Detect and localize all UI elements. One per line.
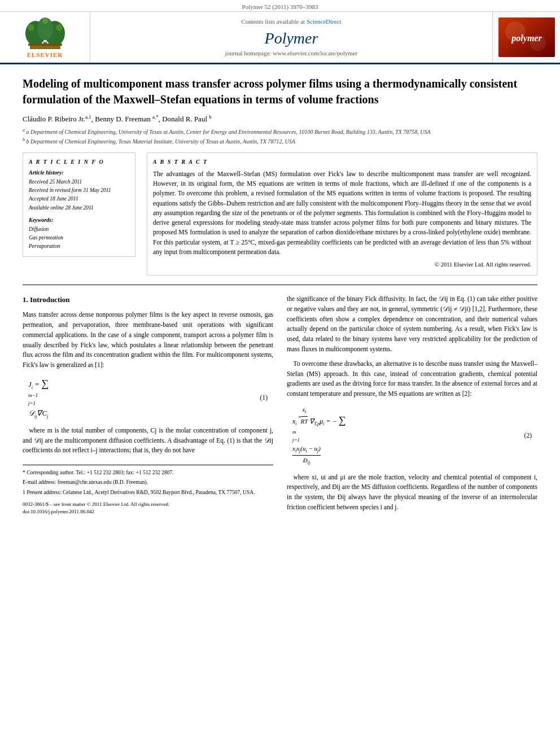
svg-rect-8: [28, 43, 62, 46]
body-right-col: the significance of the binary Fick diff…: [287, 294, 537, 517]
journal-title: Polymer: [265, 29, 318, 47]
abstract-paragraph: The advantages of the Maxwell–Stefan (MS…: [153, 169, 531, 257]
svg-point-4: [28, 24, 34, 31]
article-info-box: A R T I C L E I N F O Article history: R…: [23, 152, 135, 257]
equation-1-block: Ji = ∑ m−1j=1 𝒟ij∇Cj (1): [23, 376, 273, 420]
article-info-label: A R T I C L E I N F O: [29, 159, 129, 165]
keywords-title: Keywords:: [29, 217, 129, 223]
polymer-logo-image: polymer: [498, 18, 555, 57]
sciencedirect-label: Contents lists available at ScienceDirec…: [241, 18, 341, 25]
abstract-column: A B S T R A C T The advantages of the Ma…: [147, 152, 537, 276]
eq2-frac-left: xi: [292, 417, 301, 425]
keywords-list: Diffusion Gas permeation Pervaporation: [29, 225, 129, 251]
copyright: © 2011 Elsevier Ltd. All rights reserved…: [153, 260, 531, 269]
equation-1-content: Ji = ∑ m−1j=1 𝒟ij∇Cj: [28, 376, 49, 420]
revised-date: Received in revised form 31 May 2011: [29, 186, 129, 195]
received-date: Received 25 March 2011: [29, 178, 129, 186]
author-1: Cláudio P. Ribeiro Jr.a,1, Benny D. Free…: [23, 115, 212, 123]
body-left-col: 1. Introduction Mass transfer across den…: [23, 294, 273, 517]
article-history-dates: Received 25 March 2011 Received in revis…: [29, 178, 129, 212]
footnote-1: 1 Present address: Celanese Ltd., Acetyl…: [23, 488, 273, 496]
affiliation-b: b b Department of Chemical Engineering, …: [23, 137, 537, 146]
svg-point-5: [56, 24, 63, 31]
elsevier-logo-area: ELSEVIER: [0, 12, 90, 63]
accepted-date: Accepted 18 June 2011: [29, 195, 129, 203]
body-two-col: 1. Introduction Mass transfer across den…: [23, 294, 537, 517]
info-abstract-row: A R T I C L E I N F O Article history: R…: [23, 152, 537, 276]
page: Polymer 52 (2011) 3970–3983: [0, 0, 560, 747]
elsevier-logo: ELSEVIER: [20, 16, 71, 58]
eq1-equals: =: [34, 380, 41, 388]
right-para1: the significance of the binary Fick diff…: [287, 294, 537, 355]
body-divider: [23, 285, 537, 285]
affiliations: a a Department of Chemical Engineering, …: [23, 127, 537, 146]
journal-homepage: journal homepage: www.elsevier.com/locat…: [225, 50, 357, 56]
bottom-doi: doi:10.1016/j.polymer.2011.06.042: [23, 508, 273, 516]
article-title: Modeling of multicomponent mass transfer…: [23, 76, 537, 107]
keyword-3: Pervaporation: [29, 242, 129, 251]
article-history-title: Article history:: [29, 169, 129, 176]
bottom-issn: 0032-3861/$ – see front matter © 2011 El…: [23, 501, 273, 509]
affiliation-a: a a Department of Chemical Engineering, …: [23, 127, 537, 136]
right-para2: To overcome these drawbacks, an alternat…: [287, 359, 537, 399]
equation-2-content: xi xi RT ∇T,pμi = − ∑ mj=1: [292, 405, 346, 467]
footnotes: * Corresponding author. Tel.: +1 512 232…: [23, 465, 273, 496]
keyword-1: Diffusion: [29, 225, 129, 234]
eq1-Dij: 𝒟ij∇Cj: [28, 409, 48, 417]
elsevier-brand-text: ELSEVIER: [27, 51, 63, 58]
equation-2-block: xi xi RT ∇T,pμi = − ∑ mj=1: [287, 405, 537, 467]
svg-text:polymer: polymer: [510, 33, 542, 43]
abstract-text: The advantages of the Maxwell–Stefan (MS…: [153, 169, 531, 269]
footnote-star: * Corresponding author. Tel.: +1 512 232…: [23, 469, 273, 477]
equation-2-number: (2): [524, 431, 532, 441]
article-info-column: A R T I C L E I N F O Article history: R…: [23, 152, 135, 276]
abstract-label: A B S T R A C T: [153, 159, 531, 165]
sciencedirect-link[interactable]: ScienceDirect: [307, 18, 342, 25]
keyword-2: Gas permeation: [29, 234, 129, 242]
bottom-info: 0032-3861/$ – see front matter © 2011 El…: [23, 501, 273, 516]
section1-heading: 1. Introduction: [23, 294, 273, 305]
footnote-email: E-mail address: freeman@che.utexas.edu (…: [23, 478, 273, 486]
journal-citation: Polymer 52 (2011) 3970–3983: [242, 3, 318, 10]
equation-1-number: (1): [260, 393, 268, 403]
intro-para1: Mass transfer across dense nonporous pol…: [23, 310, 273, 370]
eq1-Ji: Ji: [28, 380, 33, 388]
top-banner: Polymer 52 (2011) 3970–3983: [0, 0, 560, 12]
right-para3: where xi, ui and μi are the mole fractio…: [287, 473, 537, 513]
authors-line: Cláudio P. Ribeiro Jr.a,1, Benny D. Free…: [23, 114, 537, 124]
svg-point-6: [42, 18, 48, 24]
abstract-box: A B S T R A C T The advantages of the Ma…: [147, 152, 537, 276]
journal-header: ELSEVIER Contents lists available at Sci…: [0, 12, 560, 64]
journal-info-center: Contents lists available at ScienceDirec…: [90, 12, 492, 63]
eq2-fraction: xi RT: [301, 417, 310, 425]
intro-para2: where m is the total number of component…: [23, 426, 273, 456]
online-date: Available online 28 June 2011: [29, 204, 129, 212]
polymer-logo-area: polymer: [492, 12, 560, 63]
polymer-logo-box: polymer: [498, 18, 555, 57]
elsevier-tree-icon: [20, 16, 71, 50]
main-content: Modeling of multicomponent mass transfer…: [0, 64, 560, 528]
